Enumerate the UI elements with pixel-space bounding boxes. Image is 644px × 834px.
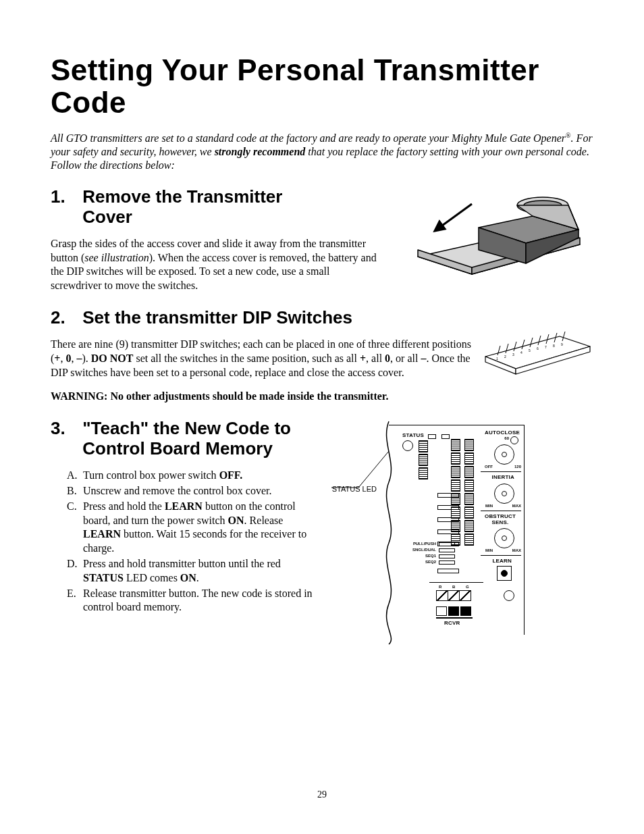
section-1-num: 1. [51,187,78,207]
section-1-body: Grasp the sides of the access cover and … [51,237,381,293]
sec2-e: , or all [390,353,421,364]
section-3-title-l2: Control Board Memory [82,438,273,459]
section-2-heading: 2. Set the transmitter DIP Switches [51,308,593,328]
step-d-a: Press and hold transmitter button until … [83,558,281,569]
board-seq2-label: SEQ2 [401,560,436,564]
step-e-letter: E. [51,587,83,615]
board-rcvr-label: RCVR [444,620,460,626]
step-a: A. Turn control box power switch OFF. [51,469,321,483]
page-title: Setting Your Personal Transmitter Code [51,54,593,120]
board-r-label: R [439,585,441,589]
terminal-icon [437,529,459,534]
step-c-b2: ON [228,515,244,526]
section-3-title-l1: "Teach" the New Code to [82,418,291,438]
jumper-icon [439,548,455,552]
step-c-a: Press and hold the [83,500,165,512]
step-a-letter: A. [51,469,83,483]
svg-text:1: 1 [496,357,498,361]
board-seq1-label: SEQ1 [401,554,436,558]
board-sngldual-label: SNGL/DUAL [401,548,436,552]
board-120-label: 120 [514,465,521,469]
autoclose-dial-icon [494,444,514,465]
divider-icon [481,471,521,472]
section-1-title-l1: Remove the Transmitter [82,186,282,207]
divider-icon [481,511,521,511]
svg-text:3: 3 [512,353,514,357]
sec2-donot: DO NOT [91,353,134,364]
step-b-letter: B. [51,484,83,498]
control-board-illustration: STATUS AUTOCLOSE 60 OFF 120 INERTIA MIN … [389,425,544,641]
step-b: B. Unscrew and remove the control box co… [51,484,321,498]
section-2-warning: WARNING: No other adjustments should be … [51,390,593,402]
sec2-c: set all the switches in the same positio… [133,353,360,364]
jumper-col-icon [464,439,474,547]
step-d-c2: . [196,572,199,583]
board-off-label: OFF [485,465,493,469]
board-max-label2: MAX [512,548,521,552]
svg-text:2: 2 [504,355,506,359]
page-number: 29 [0,789,644,800]
inertia-dial-icon [494,484,514,504]
svg-marker-11 [435,221,445,231]
divider-icon [481,555,521,556]
section-3-num: 3. [51,419,78,439]
sec2-d: , all [366,353,385,364]
section-3-steps: A. Turn control box power switch OFF. B.… [51,469,321,615]
sec2-zero2: 0 [385,353,390,364]
learn-button-icon [497,566,512,581]
step-b-t: Unscrew and remove the control box cover… [83,484,321,498]
step-d-c: LED comes [124,572,180,583]
svg-text:9: 9 [561,342,563,346]
dip-switch-illustration: 123 456 789 [479,330,593,377]
step-c-c2: . Release [244,515,284,526]
board-edge-icon [369,421,409,644]
section-1-title-l2: Cover [82,207,132,227]
jumper-col-icon [419,440,428,481]
board-min-label: MIN [485,504,493,508]
terminal-icon [437,493,459,498]
section-2-num: 2. [51,308,78,328]
board-inertia-label: INERTIA [492,474,514,480]
board-60-label: 60 [504,436,509,440]
obstruct-dial-icon [494,528,514,548]
board-obstruct-label: OBSTRUCT SENS. [483,513,517,525]
rcvr-terminal-icon [436,606,473,616]
hole-icon [504,590,514,601]
board-pullpush-label: PULL/PUSH [401,542,436,546]
board-autoclose-label: AUTOCLOSE [485,429,520,436]
underline-icon [436,617,473,619]
header-icon [428,434,436,439]
sec2-b: ). [82,353,90,364]
status-led-icon [402,440,413,451]
rgb-terminal-icon [436,590,471,601]
board-status-label: STATUS [402,432,424,438]
led-icon [510,436,518,444]
step-c: C. Press and hold the LEARN button on th… [51,500,321,556]
svg-text:7: 7 [545,345,547,349]
step-a-b: OFF. [219,469,243,481]
svg-text:5: 5 [529,348,531,353]
step-c-b3: LEARN [83,528,121,540]
board-g-label: G [466,585,469,589]
step-a-t: Turn control box power switch [83,469,219,481]
svg-text:4: 4 [520,350,522,355]
board-min-label2: MIN [485,548,493,552]
terminal-icon [437,569,459,573]
jumper-icon [439,542,455,546]
sec1-text-i: see illustration [84,252,149,263]
transmitter-illustration [398,177,593,278]
step-d-b: STATUS [83,572,124,583]
jumper-icon [439,554,455,558]
step-d: D. Press and hold transmitter button unt… [51,557,321,585]
svg-text:6: 6 [537,346,539,350]
terminal-icon [437,505,459,510]
svg-text:8: 8 [553,344,555,348]
header-icon [441,434,450,439]
intro-t1: All GTO transmitters are set to a standa… [51,132,566,144]
step-e: E. Release transmitter button. The new c… [51,587,321,615]
board-learn-label: LEARN [492,558,512,564]
board-max-label: MAX [512,504,521,508]
sec2-plus2: + [360,353,366,364]
section-2-body: There are nine (9) transmitter DIP switc… [51,338,483,380]
intro-paragraph: All GTO transmitters are set to a standa… [51,132,593,172]
